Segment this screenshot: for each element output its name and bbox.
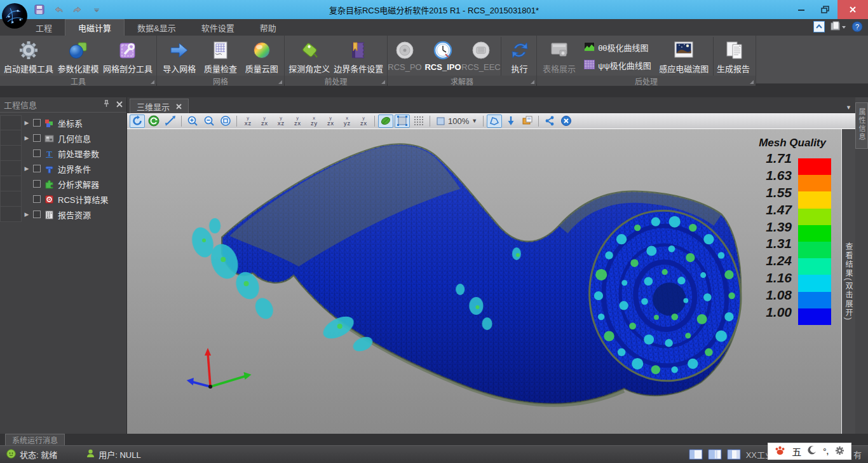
tab-em-compute[interactable]: 电磁计算 [65, 19, 125, 36]
layers-folder-icon[interactable] [520, 114, 535, 128]
tree-item-preprocess-params[interactable]: T 前处理参数 [0, 146, 126, 161]
panel-close-icon[interactable] [116, 100, 123, 109]
tab-settings[interactable]: 软件设置 [189, 19, 247, 36]
tree-checkbox[interactable] [33, 195, 41, 203]
drop-arrow-icon[interactable] [503, 114, 519, 128]
ime-toolbar[interactable]: 五 °, [768, 443, 851, 460]
induction-map-button[interactable]: 感应电磁流图 [656, 37, 712, 76]
psi-curve-button[interactable]: ψψ极化曲线图 [584, 59, 651, 71]
tree-item-solver[interactable]: 分析求解器 [0, 176, 126, 191]
tab-help[interactable]: 帮助 [247, 19, 289, 36]
restore-button[interactable] [813, 0, 837, 19]
gen-report-button[interactable]: 生成报告 [713, 37, 753, 76]
legend-value: 1.00 [766, 306, 792, 319]
close-button[interactable] [837, 0, 868, 19]
view-yz-button[interactable]: xyz [339, 114, 355, 128]
ime-wubi-mode[interactable]: 五 [792, 445, 801, 458]
help-icon[interactable]: ? [851, 21, 863, 34]
tree-item-boundary[interactable]: ▶ 边界条件 [0, 161, 126, 176]
expand-arrow-icon[interactable]: ▶ [22, 211, 32, 218]
minimize-button[interactable] [789, 0, 813, 19]
zoom-fit-icon[interactable] [218, 114, 233, 128]
view-zy-button[interactable]: xzy [306, 114, 322, 128]
view-xz-button[interactable]: yxz [240, 114, 255, 128]
quality-cloud-button[interactable]: 质量云图 [241, 37, 281, 76]
expand-arrow-icon[interactable]: ▶ [22, 135, 32, 141]
ime-logo-paw-icon[interactable] [775, 445, 785, 457]
orbit-icon[interactable] [146, 114, 161, 128]
zoom-out-icon[interactable] [201, 114, 217, 128]
ime-settings-gear-icon[interactable] [835, 446, 844, 457]
save-icon[interactable] [33, 3, 46, 16]
layout-split-panel-icon[interactable] [708, 449, 722, 460]
points-grid-icon[interactable] [411, 114, 426, 128]
collapse-ribbon-icon[interactable] [813, 21, 825, 34]
qat-more-icon[interactable] [90, 3, 103, 16]
theta-curve-button[interactable]: θθ极化曲线图 [584, 41, 651, 53]
view-zx-button[interactable]: yzx [290, 114, 305, 128]
system-messages-tab[interactable]: 系统运行消息 [5, 434, 65, 445]
print-preview-icon[interactable] [830, 21, 846, 34]
rcs-eec-button[interactable]: RCS_EEC [463, 37, 499, 76]
ime-punctuation-icon[interactable]: °, [823, 446, 829, 456]
boundary-cond-button[interactable]: 边界条件设置 [333, 37, 384, 76]
expand-arrow-icon[interactable]: ▶ [22, 165, 32, 172]
tree-checkbox[interactable] [33, 211, 41, 218]
property-info-tab[interactable]: 属性信息 [855, 102, 868, 149]
tree-checkbox[interactable] [33, 119, 41, 127]
tree-item-coordsys[interactable]: ▶ 坐标系 [0, 115, 126, 130]
launch-modeler-button[interactable]: 启动建模工具 [3, 37, 55, 76]
ribbon-group-postprocess: 表格展示 θθ极化曲线图 ψψ极化曲线图 感应电磁 [537, 36, 756, 83]
tree-item-rcs-results[interactable]: RCS计算结果 [0, 191, 126, 207]
legend-value: 1.31 [766, 237, 792, 250]
zoom-in-icon[interactable] [185, 114, 200, 128]
tree-checkbox[interactable] [33, 180, 41, 188]
param-model-button[interactable]: 参数化建模 [56, 37, 100, 76]
tab-data-display[interactable]: 数据&显示 [125, 19, 189, 36]
mesh-tool-button[interactable]: 网格剖分工具 [102, 37, 154, 76]
pan-arrow-icon[interactable] [163, 114, 178, 128]
tab-3d-display[interactable]: 三维显示 [130, 99, 189, 113]
share-nodes-icon[interactable] [542, 114, 557, 128]
tree-checkbox[interactable] [33, 165, 41, 172]
close-circle-icon[interactable] [559, 114, 574, 128]
zoom-level-control[interactable]: 100% ▼ [433, 116, 480, 126]
quality-check-button[interactable]: 质量检查 [201, 37, 241, 76]
clip-polygon-icon[interactable] [487, 114, 502, 128]
rcs-po-button[interactable]: RCS_PO [386, 37, 423, 76]
project-tree: ▶ 坐标系 ▶ 几何信息 T 前处理参数 [0, 113, 126, 434]
shaded-leaf-icon[interactable] [378, 114, 393, 128]
chevron-down-icon: ▼ [471, 118, 477, 124]
view-zx-button[interactable]: yzx [257, 114, 272, 128]
view-zx-button[interactable]: yzx [323, 114, 338, 128]
tab-overflow-icon[interactable]: ▼ [846, 104, 851, 111]
layout-left-panel-icon[interactable] [689, 449, 703, 460]
ime-moon-icon[interactable] [808, 446, 817, 457]
view-zx-button[interactable]: yzx [356, 114, 371, 128]
tab-project[interactable]: 工程 [23, 19, 65, 36]
execute-button[interactable]: 执行 [501, 37, 538, 76]
table-show-button[interactable]: 表格展示 [539, 37, 579, 76]
probe-angle-button[interactable]: 探测角定义 [287, 37, 332, 76]
tree-item-geometry[interactable]: ▶ 几何信息 [0, 130, 126, 146]
layout-right-panel-icon[interactable] [727, 449, 741, 460]
tree-checkbox[interactable] [33, 149, 41, 157]
undo-icon[interactable] [52, 3, 65, 16]
tree-checkbox[interactable] [33, 134, 41, 142]
results-bar-label: 查看结果(双击展开) [843, 242, 854, 321]
tab-close-icon[interactable] [176, 102, 182, 111]
import-mesh-button[interactable]: 导入网格 [159, 37, 200, 76]
redo-icon[interactable] [71, 3, 84, 16]
legend-value: 1.71 [766, 152, 792, 165]
results-collapsed-bar[interactable]: 查看结果(双击展开) [841, 129, 855, 434]
rotate-view-icon[interactable] [130, 114, 145, 128]
pin-icon[interactable] [103, 100, 110, 109]
view-xz-button[interactable]: yxz [273, 114, 288, 128]
app-logo-icon[interactable] [1, 3, 28, 29]
ribbon-group-tools: 启动建模工具 参数化建模 网格剖分工具 工具 [0, 36, 157, 83]
surface-icon[interactable] [395, 114, 410, 128]
viewport-3d[interactable]: Mesh Quality 1.711.631.551.471.391.311.2… [127, 129, 841, 434]
expand-arrow-icon[interactable]: ▶ [22, 120, 32, 126]
tree-item-report-resource[interactable]: ▶ 报告资源 [0, 207, 126, 222]
rcs-ipo-button[interactable]: RCS_IPO [424, 37, 461, 76]
